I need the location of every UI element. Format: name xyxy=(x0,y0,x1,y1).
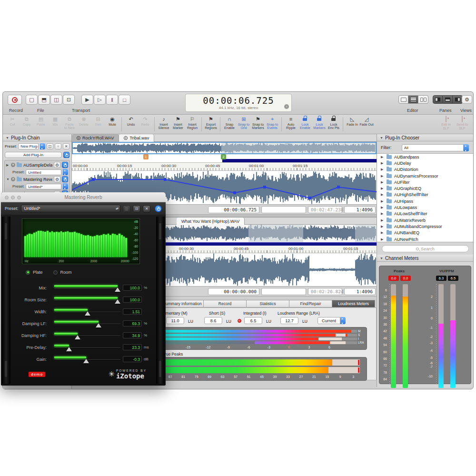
radio-plate[interactable]: Plate xyxy=(26,270,43,275)
plugin-list-item[interactable]: ▶AUFilter xyxy=(377,179,473,185)
stepper-icon[interactable] xyxy=(63,169,68,175)
tab-rocknroll[interactable]: Rock'n'Roll.WAV xyxy=(72,134,119,142)
selection-start-field[interactable]: 00:00:06.725 xyxy=(208,206,259,213)
stepper-icon[interactable] xyxy=(340,317,346,324)
peak-readout-left[interactable]: 0.0 xyxy=(388,276,399,281)
plugin-power-button[interactable] xyxy=(62,162,68,168)
toolbar-fade-out-button[interactable]: ◿Fade Out xyxy=(359,116,374,133)
plugin-list-item[interactable]: ▶AUMultibandCompressor xyxy=(377,223,473,229)
toolbar-lock-enable-button[interactable]: LockEnable xyxy=(298,116,312,133)
overview-waveform[interactable] xyxy=(72,142,377,154)
toolbar-snap-to-grid-button[interactable]: ⊞Snap toGrid xyxy=(237,116,251,133)
time-display[interactable]: 00:00:06.725 44.1 kHz, 16 bit, stereo › xyxy=(185,94,292,112)
radio-room[interactable]: Room xyxy=(53,270,72,275)
toolbar-lock-env-pts-button[interactable]: LockEnv Pts xyxy=(327,116,341,133)
selection-start-field[interactable]: 00:00:00.000 xyxy=(208,288,259,295)
close-window-icon[interactable] xyxy=(5,196,9,199)
marker-flag-1[interactable]: 1 xyxy=(143,154,149,159)
new-document-button[interactable]: ▢ xyxy=(26,95,38,105)
toolbar-edit-in-slp-button[interactable]: Edit inSLP xyxy=(438,116,454,133)
tab-find-repair[interactable]: Find/Repair xyxy=(289,300,332,307)
search-field[interactable]: Search xyxy=(382,245,469,252)
minimize-window-icon[interactable] xyxy=(11,196,15,199)
save-preset-button[interactable]: ◫ xyxy=(123,205,130,212)
marker-flag-2[interactable]: 2 xyxy=(221,154,226,159)
slider-track-mix[interactable] xyxy=(54,284,120,292)
disclosure-icon[interactable]: ▶ xyxy=(381,231,384,235)
disclosure-icon[interactable]: ▶ xyxy=(381,212,384,216)
slider-thumb[interactable] xyxy=(115,288,120,292)
slider-thumb[interactable] xyxy=(75,335,80,339)
plugin-preset-field[interactable]: Untitled* xyxy=(26,184,61,189)
toolbar-send-to-slp-button[interactable]: Send toSLP xyxy=(454,116,470,133)
stop-button[interactable]: □ xyxy=(119,95,130,105)
stepper-icon[interactable] xyxy=(40,143,45,149)
tab-what-you-want[interactable]: What You Want (HipHop).WAV xyxy=(177,218,245,225)
delete-preset-button[interactable]: ✕ xyxy=(143,205,150,212)
slider-track-width[interactable] xyxy=(54,308,120,316)
play-from-start-button[interactable]: ▶ xyxy=(81,95,93,105)
editor-single-button[interactable] xyxy=(398,95,408,104)
toolbar-undo-button[interactable]: ↶Undo xyxy=(124,116,138,133)
slider-track-damping-hf[interactable] xyxy=(54,332,120,339)
chain-power-button[interactable] xyxy=(63,152,69,158)
save-button[interactable]: ◫ xyxy=(50,95,62,105)
disclosure-icon[interactable]: ▶ xyxy=(381,218,384,222)
reverb-title-bar[interactable]: Mastering Reverb xyxy=(1,192,166,202)
slider-value-width[interactable]: 1.51 xyxy=(123,308,142,315)
plugin-list-item[interactable]: ▶AUDelay xyxy=(377,160,473,166)
channel-meters-header[interactable]: ▼Channel Meters xyxy=(377,255,473,262)
slider-thumb[interactable] xyxy=(85,311,90,316)
zoom-ratio-field[interactable]: 1:4096 xyxy=(344,206,376,213)
plugin-preset-field[interactable]: Untitled xyxy=(26,169,61,175)
record-button[interactable] xyxy=(8,95,22,105)
plugin-list-item[interactable]: ▶AULowpass xyxy=(377,204,473,210)
disclosure-icon[interactable]: ▶ xyxy=(381,168,384,171)
plugin-power-button[interactable] xyxy=(62,176,68,182)
plugin-list-item[interactable]: ▶AUDynamicsProcessor xyxy=(377,173,473,179)
views-button[interactable]: ⚙ xyxy=(462,95,472,104)
toolbar-insert-region-button[interactable]: ⚐InsertRegion xyxy=(185,116,199,133)
slider-value-room-size[interactable]: 100.0 xyxy=(123,297,142,303)
remove-icon[interactable]: ✕ xyxy=(11,177,15,181)
pause-button[interactable]: ‖ xyxy=(106,95,118,105)
slider-value-mix[interactable]: 100.0 xyxy=(123,285,142,291)
pane-right-button[interactable] xyxy=(453,95,463,104)
time-ruler-1[interactable]: 00:00:0000:00:1500:00:3000:00:4500:01:00… xyxy=(72,163,377,171)
selection-end-field[interactable] xyxy=(261,206,306,213)
chain-item-ausampledelay[interactable]: ▶ ✕ AUSampleDelay ⚙ xyxy=(5,161,69,169)
save-as-button[interactable]: ⊡ xyxy=(63,95,75,105)
filter-dropdown[interactable]: All xyxy=(402,144,464,151)
toolbar-insert-silence-button[interactable]: ♪InsertSilence xyxy=(157,116,171,133)
open-button[interactable]: ⬒ xyxy=(38,95,50,105)
clear-chain-button[interactable]: ✕ xyxy=(63,143,69,149)
disclosure-icon[interactable]: ▶ xyxy=(381,206,384,209)
selection-end-field[interactable] xyxy=(261,288,306,295)
add-plugin-button[interactable]: Add Plug-In xyxy=(5,152,62,158)
toolbar-snap-to-events-button[interactable]: ⌖Snap toEvents xyxy=(265,116,279,133)
toolbar-export-regions-button[interactable]: ⚑ExportRegions xyxy=(204,116,218,133)
slider-value-pre-delay[interactable]: 23.3 xyxy=(123,344,142,350)
total-length-field[interactable]: 00:02:26.824 xyxy=(308,288,342,295)
disclosure-icon[interactable]: ▶ xyxy=(381,180,384,184)
slider-value-gain[interactable]: -0.3 xyxy=(123,356,142,362)
tab-summary-information[interactable]: Summary Information xyxy=(161,300,204,307)
slider-thumb[interactable] xyxy=(96,323,101,327)
plugin-list-item[interactable]: ▶AUNBandEQ xyxy=(377,230,473,236)
disclosure-icon[interactable]: ▶ xyxy=(381,155,384,159)
tab-tribal[interactable]: Tribal.wav xyxy=(119,134,154,142)
tab-statistics[interactable]: Statistics xyxy=(247,300,289,307)
vu-readout-left[interactable]: 6.3 xyxy=(436,276,446,281)
loudness-record-dot[interactable] xyxy=(238,319,241,323)
gear-icon[interactable]: ⚙ xyxy=(54,162,60,168)
save-preset-as-button[interactable]: ⊡ xyxy=(133,205,140,212)
short-value[interactable]: 8.6 xyxy=(204,317,222,324)
slider-thumb[interactable] xyxy=(83,359,89,363)
plugin-list-item[interactable]: ▶AUMatrixReverb xyxy=(377,217,473,223)
disclosure-icon[interactable]: ▶ xyxy=(381,199,384,203)
play-button[interactable]: ▷ xyxy=(94,95,106,105)
tab-loudness-meters[interactable]: Loudness Meters xyxy=(332,300,375,307)
toolbar-insert-marker-button[interactable]: ⚑InsertMarker xyxy=(171,116,185,133)
tab-record[interactable]: Record xyxy=(204,300,247,307)
disclosure-icon[interactable]: ▶ xyxy=(381,225,384,228)
